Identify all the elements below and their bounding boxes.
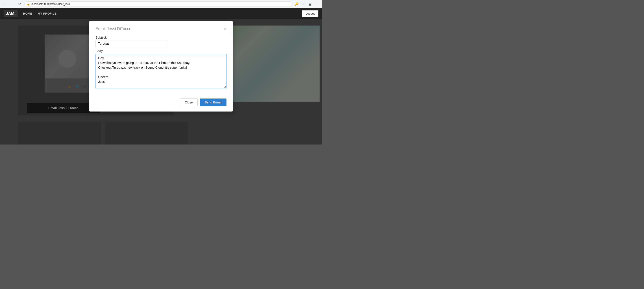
browser-chrome: ← → ⟳ 🔒 localhost:5000/profile?user_id=1… (0, 0, 322, 8)
nav-home[interactable]: HOME (23, 12, 32, 15)
subject-label: Subject: (96, 36, 226, 39)
url-text: localhost:5000/profile?user_id=1 (32, 3, 70, 6)
menu-icon-button[interactable]: ⋮ (314, 1, 319, 7)
nav-my-profile[interactable]: MY PROFILE (38, 12, 56, 15)
modal-body: Subject: Body: Hey, I saw that you were … (96, 36, 226, 88)
subject-form-group: Subject: (96, 36, 226, 47)
modal-close-x-button[interactable]: × (224, 27, 226, 31)
navbar-right: Logout (302, 10, 318, 17)
logout-button[interactable]: Logout (302, 10, 318, 17)
forward-button[interactable]: → (10, 1, 15, 7)
address-bar[interactable]: 🔒 localhost:5000/profile?user_id=1 (24, 1, 292, 7)
subject-input[interactable] (96, 40, 167, 47)
body-textarea[interactable]: Hey, I saw that you were going to Turqua… (96, 54, 226, 88)
back-button[interactable]: ← (3, 1, 8, 7)
browser-icons-right: 🔑 ☆ ▣ ⋮ (294, 1, 319, 7)
page-background: ⛹ 🐦 in f Email Jessi DiTocco Email Jessi… (0, 19, 322, 145)
modal-overlay: Email Jessi DiTocco × Subject: Body: Hey… (0, 19, 322, 145)
key-icon-button[interactable]: 🔑 (294, 1, 299, 7)
window-icon-button[interactable]: ▣ (307, 1, 312, 7)
close-button[interactable]: Close (180, 99, 198, 106)
modal-divider (96, 92, 226, 92)
body-form-group: Body: Hey, I saw that you were going to … (96, 49, 226, 88)
send-email-button[interactable]: Send Email (200, 99, 226, 106)
body-label: Body: (96, 49, 226, 53)
navbar-brand: JAM. (4, 10, 18, 17)
star-icon-button[interactable]: ☆ (300, 1, 306, 7)
modal-header: Email Jessi DiTocco × (96, 27, 226, 31)
lock-icon: 🔒 (27, 3, 30, 6)
refresh-button[interactable]: ⟳ (17, 1, 22, 7)
navbar: JAM. HOME MY PROFILE Logout (0, 8, 322, 19)
email-modal: Email Jessi DiTocco × Subject: Body: Hey… (89, 21, 233, 112)
modal-title: Email Jessi DiTocco (96, 27, 132, 31)
modal-footer: Close Send Email (96, 99, 226, 106)
